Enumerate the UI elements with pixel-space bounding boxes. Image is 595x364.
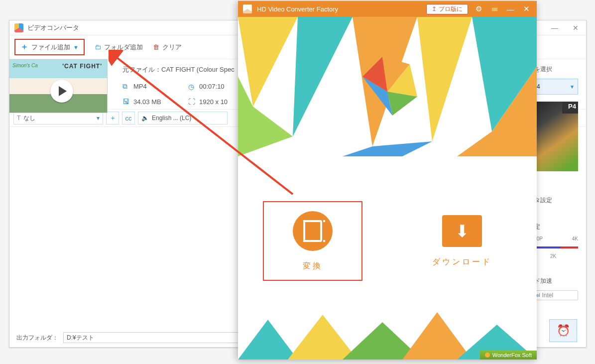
file-metadata: 元ファイル：CAT FIGHT (Colour Spec ⧉ MP4 ◷ 00:… (122, 65, 254, 106)
svg-marker-5 (238, 77, 293, 156)
folder-icon: 🗀 (95, 43, 101, 51)
thumb-title-text: 'CAT FIGHT' (62, 63, 102, 70)
minimize-button[interactable]: — (505, 5, 516, 13)
disk-icon: 🖫 (122, 98, 133, 106)
upgrade-pro-label: プロ版に (439, 5, 463, 13)
quality-2k: 2K (550, 253, 556, 259)
format-badge: P4 (568, 103, 576, 110)
download-icon: ⬇ (442, 215, 482, 247)
brand-dot-icon (485, 353, 490, 358)
output-label: 出力フォルダ： (16, 334, 58, 342)
options-icon[interactable]: ⩸ (489, 5, 500, 13)
svg-marker-13 (238, 320, 298, 360)
upgrade-pro-button[interactable]: ↥ プロ版に (426, 4, 468, 14)
thumb-left-text: Simon's Ca (12, 63, 38, 68)
format-icon: ⧉ (122, 82, 133, 91)
intel-label: Intel (542, 292, 554, 299)
footer-banner: WonderFox Soft (238, 310, 537, 360)
gear-icon[interactable]: ⚙ (473, 4, 484, 13)
resolution-icon: ⛶ (188, 98, 199, 106)
svg-marker-0 (238, 17, 298, 107)
add-folder-button[interactable]: 🗀 フォルダ追加 (95, 43, 143, 52)
brand-badge[interactable]: WonderFox Soft (480, 351, 537, 360)
output-folder-bar: 出力フォルダ： D:¥テスト (16, 332, 242, 343)
quality-4k: 4K (572, 236, 578, 242)
subtitle-select[interactable]: T なし ▾ (13, 112, 103, 124)
file-format: MP4 (133, 83, 188, 90)
convert-icon (293, 211, 333, 251)
chevron-down-icon: ▾ (97, 115, 100, 121)
convert-label: 変換 (303, 261, 323, 271)
add-file-label: ファイル追加 (31, 43, 70, 52)
app-fan-icon (243, 4, 252, 13)
schedule-button[interactable]: ⏰ (549, 319, 577, 342)
download-tile[interactable]: ⬇ ダウンロード (412, 201, 512, 281)
file-size: 34.03 MB (133, 98, 188, 106)
audio-value: English ... (LC) (152, 115, 191, 121)
file-name-label: 元ファイル：CAT FIGHT (Colour Spec (122, 65, 254, 74)
launcher-titlebar: HD Video Converter Factory ↥ プロ版に ⚙ ⩸ — … (238, 1, 537, 17)
svg-marker-16 (402, 312, 472, 360)
add-folder-label: フォルダ追加 (104, 43, 143, 52)
svg-marker-14 (288, 315, 357, 360)
cc-button[interactable]: cc (122, 112, 135, 124)
play-icon[interactable] (50, 80, 73, 103)
converter-title: ビデオコンバータ (27, 23, 79, 32)
hero-banner (238, 17, 537, 156)
add-file-button[interactable]: ＋ ファイル追加 ▼ (14, 39, 85, 55)
clock-icon: ◷ (188, 83, 199, 91)
speaker-icon: 🔈 (141, 115, 149, 121)
app-logo-icon (14, 23, 23, 32)
clear-label: クリア (162, 43, 182, 52)
chevron-down-icon: ▼ (73, 44, 79, 50)
svg-marker-6 (343, 141, 432, 156)
audio-select[interactable]: 🔈 English ... (LC) (138, 112, 228, 124)
minimize-button[interactable]: — (544, 20, 565, 35)
brand-label: WonderFox Soft (492, 352, 532, 358)
video-thumbnail[interactable]: Simon's Ca 'CAT FIGHT' (9, 59, 108, 113)
upgrade-arrow-icon: ↥ (432, 5, 437, 12)
text-icon: T (17, 115, 20, 121)
clear-button[interactable]: 🗑 クリア (153, 43, 182, 52)
download-label: ダウンロード (432, 257, 492, 267)
add-subtitle-button[interactable]: ＋ (106, 112, 119, 124)
chevron-down-icon: ▾ (571, 83, 574, 90)
close-button[interactable]: ✕ (565, 20, 586, 35)
launcher-title: HD Video Converter Factory (257, 5, 338, 13)
plus-icon: ＋ (20, 42, 28, 52)
output-path-field[interactable]: D:¥テスト (63, 332, 242, 343)
close-button[interactable]: ✕ (521, 4, 532, 13)
convert-tile[interactable]: 変換 (263, 201, 362, 281)
launcher-window: HD Video Converter Factory ↥ プロ版に ⚙ ⩸ — … (238, 1, 537, 360)
trash-icon: 🗑 (153, 43, 159, 51)
svg-marker-1 (293, 17, 353, 136)
launcher-tiles: 変換 ⬇ ダウンロード (238, 201, 537, 281)
output-path-value: D:¥テスト (67, 334, 94, 342)
subtitle-value: なし (23, 114, 35, 122)
svg-marker-3 (417, 17, 472, 141)
